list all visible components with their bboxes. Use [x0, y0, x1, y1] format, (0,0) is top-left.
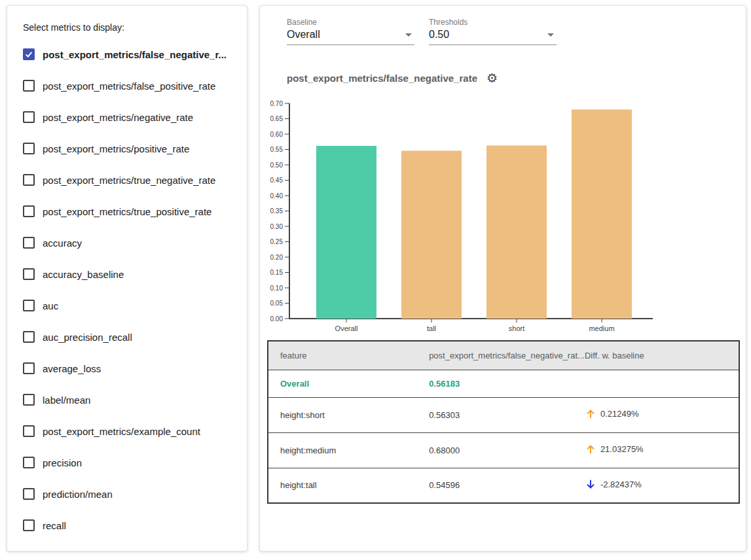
arrow-up-icon [585, 444, 596, 455]
bar-overall[interactable] [316, 146, 376, 319]
checkbox-icon[interactable] [23, 488, 35, 500]
table-row-height-short[interactable]: height:short0.563030.21249% [268, 397, 739, 432]
svg-text:0.55: 0.55 [270, 146, 284, 153]
sidebar-item-label: auc_precision_recall [43, 332, 132, 343]
sidebar-item-post-export-metrics-false-positive-rate[interactable]: post_export_metrics/false_positive_rate [23, 79, 234, 92]
sidebar-item-label: post_export_metrics/true_positive_rate [43, 206, 211, 217]
sidebar-item-post-export-metrics-negative-rate[interactable]: post_export_metrics/negative_rate [23, 111, 234, 124]
checkbox-icon[interactable] [23, 331, 35, 343]
thresholds-dropdown[interactable]: Thresholds 0.50 [429, 18, 557, 45]
metrics-table: feature post_export_metrics/false_negati… [267, 340, 740, 504]
metric-selector-title: Select metrics to display: [23, 22, 234, 33]
table-row-overall[interactable]: Overall0.56183 [268, 370, 739, 397]
chart-header: post_export_metrics/false_negative_rate … [287, 72, 498, 84]
svg-text:0.50: 0.50 [270, 162, 284, 169]
sidebar-item-post-export-metrics-false-negative-r[interactable]: post_export_metrics/false_negative_r... [23, 48, 234, 61]
checkbox-icon[interactable] [23, 237, 35, 249]
checkbox-icon[interactable] [23, 174, 35, 186]
bar-tall[interactable] [401, 150, 462, 319]
svg-text:0.10: 0.10 [270, 285, 284, 292]
metrics-list: post_export_metrics/false_negative_r...p… [23, 48, 234, 550]
checkbox-icon[interactable] [23, 111, 35, 123]
check-icon [24, 50, 33, 59]
bar-short[interactable] [486, 145, 547, 319]
checkbox-icon[interactable] [23, 362, 35, 374]
svg-text:Overall: Overall [335, 324, 358, 332]
metric-value-cell: 0.54596 [429, 468, 585, 503]
sidebar-item-label: accuracy_baseline [43, 269, 124, 280]
arrow-up-icon [585, 408, 596, 420]
sidebar-item-label: accuracy [43, 237, 82, 249]
sidebar-item-post-export-metrics-true-positive-rate[interactable]: post_export_metrics/true_positive_rate [23, 205, 234, 218]
diff-cell [585, 370, 739, 397]
thresholds-dropdown-label: Thresholds [429, 18, 557, 27]
checkbox-icon[interactable] [23, 143, 35, 154]
diff-value: 21.03275% [600, 444, 644, 454]
sidebar-item-label: post_export_metrics/true_negative_rate [43, 175, 215, 186]
svg-text:0.45: 0.45 [270, 177, 284, 184]
sidebar-item-post-export-metrics-true-negative-rate[interactable]: post_export_metrics/true_negative_rate [23, 173, 234, 186]
checkbox-icon[interactable] [23, 394, 35, 406]
sidebar-item-accuracy-baseline[interactable]: accuracy_baseline [23, 268, 234, 281]
header-metric: post_export_metrics/false_negative_rat..… [429, 341, 585, 370]
sidebar-item-label-mean[interactable]: label/mean [23, 393, 234, 406]
bar-chart: 0.000.050.100.150.200.250.300.350.400.45… [260, 96, 679, 338]
baseline-dropdown-value: Overall [287, 29, 320, 41]
feature-cell: height:tall [268, 468, 429, 503]
metric-value-cell: 0.56183 [429, 370, 585, 397]
thresholds-dropdown-value: 0.50 [429, 29, 449, 41]
svg-text:0.40: 0.40 [270, 192, 284, 200]
metrics-table-body: Overall0.56183height:short0.563030.21249… [268, 370, 739, 503]
results-panel: Baseline Overall Thresholds 0.50 post_ex… [259, 5, 746, 551]
svg-text:0.25: 0.25 [270, 238, 284, 245]
svg-text:tall: tall [427, 324, 436, 332]
checkbox-icon[interactable] [23, 300, 35, 311]
header-feature: feature [268, 341, 429, 370]
sidebar-item-label: post_export_metrics/false_positive_rate [43, 80, 215, 92]
sidebar-item-label: prediction/mean [43, 489, 113, 500]
metric-value-cell: 0.68000 [429, 432, 585, 468]
sidebar-item-label: label/mean [43, 394, 90, 406]
gear-icon[interactable]: ⚙ [486, 72, 498, 84]
svg-text:0.00: 0.00 [270, 315, 284, 323]
sidebar-item-label: post_export_metrics/example_count [43, 426, 200, 437]
sidebar-item-precision[interactable]: precision [23, 456, 234, 469]
sidebar-item-auc-precision-recall[interactable]: auc_precision_recall [23, 330, 234, 343]
svg-text:medium: medium [589, 324, 614, 332]
sidebar-item-label: post_export_metrics/false_negative_r... [43, 49, 227, 60]
baseline-dropdown-label: Baseline [287, 18, 414, 27]
sidebar-item-auc[interactable]: auc [23, 299, 234, 312]
arrow-down-icon [585, 478, 596, 490]
diff-value: -2.82437% [600, 480, 642, 489]
diff-cell: -2.82437% [585, 468, 739, 503]
sidebar-item-average-loss[interactable]: average_loss [23, 362, 234, 375]
metric-value-cell: 0.56303 [429, 397, 585, 432]
sidebar-item-label: average_loss [43, 363, 101, 374]
feature-cell: Overall [268, 370, 429, 397]
checkbox-icon[interactable] [23, 425, 35, 437]
controls-row: Baseline Overall Thresholds 0.50 [287, 18, 571, 45]
feature-cell: height:short [268, 397, 429, 432]
table-row-height-tall[interactable]: height:tall0.54596-2.82437% [268, 468, 739, 503]
checkbox-icon[interactable] [23, 457, 35, 468]
bar-medium[interactable] [572, 109, 632, 319]
svg-text:0.70: 0.70 [270, 100, 284, 107]
sidebar-item-post-export-metrics-example-count[interactable]: post_export_metrics/example_count [23, 425, 234, 438]
sidebar-item-recall[interactable]: recall [23, 519, 234, 532]
checkbox-icon[interactable] [23, 268, 35, 280]
checkbox-icon[interactable] [23, 519, 35, 531]
sidebar-item-label: post_export_metrics/negative_rate [43, 112, 193, 123]
checkbox-icon[interactable] [23, 205, 35, 217]
sidebar-item-prediction-mean[interactable]: prediction/mean [23, 487, 234, 500]
sidebar-item-label: post_export_metrics/positive_rate [43, 143, 189, 154]
baseline-dropdown[interactable]: Baseline Overall [287, 18, 414, 45]
checkbox-icon[interactable] [23, 80, 35, 92]
svg-text:0.15: 0.15 [270, 269, 284, 276]
sidebar-item-post-export-metrics-positive-rate[interactable]: post_export_metrics/positive_rate [23, 142, 234, 155]
sidebar-item-label: recall [43, 520, 66, 531]
sidebar-item-accuracy[interactable]: accuracy [23, 236, 234, 249]
checkbox-checked-icon[interactable] [23, 48, 35, 60]
table-row-height-medium[interactable]: height:medium0.6800021.03275% [268, 432, 739, 468]
sidebar-item-label: precision [43, 457, 82, 468]
svg-text:0.30: 0.30 [270, 223, 284, 230]
